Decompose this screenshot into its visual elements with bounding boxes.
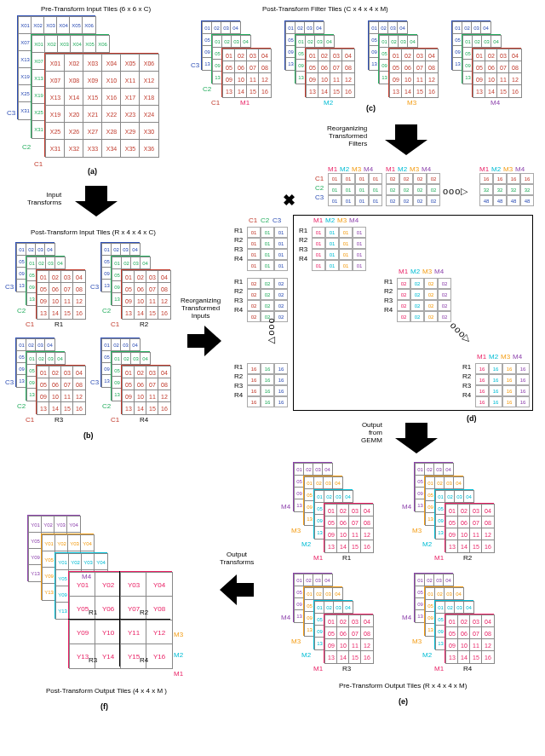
grid-cell: Y04 — [66, 516, 81, 534]
grid-cell: X24 — [139, 105, 159, 124]
grid-cell: Y10 — [95, 620, 122, 645]
grid-cell: 16 — [360, 540, 374, 553]
reorg-input-block16: 161616161616161616161616 — [247, 363, 288, 407]
grid-cell: 16 — [425, 84, 439, 98]
sublabel-a: (a) — [88, 167, 97, 176]
arrow-reorg-filters — [385, 124, 427, 155]
sublabel-e: (e) — [399, 697, 408, 706]
grid-cell: X33 — [83, 139, 103, 158]
sublabel-f: (f) — [100, 702, 108, 711]
sublabel-c: (c) — [366, 104, 376, 113]
grid-cell: X07 — [45, 71, 66, 89]
grid-cell: Y15 — [120, 643, 147, 669]
b-r1-c1: 01020304050607080910111213141516 — [36, 269, 85, 319]
grid-cell: X09 — [83, 71, 103, 89]
grid-cell: X02 — [64, 54, 84, 72]
grid-cell: X15 — [83, 88, 103, 107]
title-a: Pre-Transform Input Tiles (6 x 6 x C) — [41, 5, 151, 13]
grid-cell: Y09 — [69, 620, 96, 645]
grid-cell: X13 — [45, 88, 66, 107]
reorg-input-block1: 010101010101010101010101 — [247, 227, 288, 271]
grid-cell: X27 — [83, 122, 103, 141]
grid-cell: Y14 — [95, 643, 122, 669]
svg-marker-3 — [395, 423, 438, 453]
grid-cell: 16 — [158, 401, 171, 415]
arrow-output-transforms — [220, 574, 254, 605]
arrow-input-transforms — [75, 186, 118, 216]
grid-cell: 16 — [481, 650, 495, 664]
grid-cell: Y05 — [69, 596, 96, 621]
reorg-filter-block1: M1M2M3M4 010101010101010101010101 — [328, 165, 382, 206]
sublabel-b: (b) — [83, 431, 94, 440]
grid-cell: X34 — [101, 139, 122, 158]
svg-marker-4 — [220, 574, 254, 605]
grid-cell: X03 — [83, 54, 103, 72]
grid-cell: 16 — [508, 84, 522, 98]
grid-cell: 16 — [341, 84, 355, 98]
grid-cell: X08 — [64, 71, 84, 89]
grid-cell: X14 — [64, 88, 84, 107]
grid-cell: X06 — [95, 35, 110, 54]
reorg-input-vdots: ooo▽ — [267, 318, 278, 343]
grid-cell: X30 — [139, 122, 159, 141]
sublabel-d: (d) — [467, 414, 477, 423]
arrow-output-gemm-label: Output from GEMM — [361, 421, 382, 444]
grid-cell: 16 — [481, 540, 495, 553]
grid-cell: X06 — [139, 54, 159, 72]
filter-vdots: ooo▷ — [443, 186, 468, 197]
arrow-output-gemm — [395, 423, 438, 453]
grid-cell: X18 — [139, 88, 159, 107]
grid-cell: X06 — [82, 16, 96, 35]
title-e: Pre-Transform Output Tiles (R x 4 x 4 x … — [339, 682, 467, 690]
grid-cell: 16 — [72, 401, 86, 415]
grid-cell: Y11 — [120, 620, 147, 645]
grid-cell: X17 — [120, 88, 141, 107]
grid-cell: 16 — [258, 84, 272, 98]
grid-cell: Y04 — [94, 553, 108, 571]
grid-cell: Y16 — [146, 643, 173, 669]
grid-cell: X26 — [64, 122, 84, 141]
arrow-input-transforms-label: Input Transforms — [27, 191, 61, 206]
grid-cell: X32 — [64, 139, 84, 158]
grid-cell: X10 — [101, 71, 122, 89]
grid-cell: X23 — [120, 105, 141, 124]
grid-cell: 16 — [158, 306, 171, 320]
grid-cell: Y06 — [95, 596, 122, 621]
grid-cell: X04 — [101, 54, 122, 72]
grid-a-c1: X01X02X03X04X05X06X07X08X09X10X11X12X13X… — [44, 53, 158, 157]
grid-cell: X36 — [139, 139, 159, 158]
grid-cell: X11 — [120, 71, 141, 89]
reorg-input-block2: 020202020202020202020202 — [247, 278, 288, 322]
gemm-out-2: 02020202020202020202020202020202 — [397, 278, 451, 322]
reorg-filter-16-rows: 161616163232323248484848 — [479, 173, 534, 206]
winograd-diagram: Pre-Transform Input Tiles (6 x 6 x C) X0… — [7, 7, 538, 749]
arrow-reorg-inputs — [187, 326, 221, 356]
grid-cell: X16 — [101, 88, 122, 107]
arrow-output-transforms-label: Output Transforms — [220, 551, 254, 566]
grid-cell: 16 — [360, 650, 374, 664]
grid-cell: X22 — [101, 105, 122, 124]
grid-cell: X35 — [120, 139, 141, 158]
grid-cell: Y07 — [120, 596, 147, 621]
grid-cell: Y03 — [120, 572, 147, 597]
reorg-filter-block2: M1M2M3M4 020202020202020202020202 — [386, 165, 440, 206]
reorg-filter-2-rows: 020202020202020202020202 — [386, 173, 440, 206]
grid-cell: X28 — [101, 122, 122, 141]
reorg-filter-block16: M1M2M3M4 161616163232323248484848 — [479, 165, 534, 206]
title-b: Post-Transform Input Tiles (R x 4 x 4 x … — [31, 228, 156, 236]
grid-cell: Y04 — [146, 572, 173, 597]
grid-cell: Y13 — [69, 643, 96, 669]
label-a-c3: C3 — [7, 109, 15, 117]
mult-icon: ✖ — [283, 191, 295, 210]
grid-cell: X01 — [45, 54, 66, 72]
title-c: Post-Transform Filter Tiles (C x 4 x 4 x… — [262, 5, 388, 13]
svg-marker-1 — [187, 326, 221, 356]
svg-marker-0 — [75, 186, 118, 216]
arrow-reorg-inputs-label: Reorganizing Transformed Inputs — [181, 297, 221, 320]
grid-cell: X21 — [83, 105, 103, 124]
gemm-out-16: 16161616161616161616161616161616 — [475, 363, 530, 407]
grid-cell: X05 — [120, 54, 141, 72]
arrow-reorg-filters-label: Reorganizing Transformed Filters — [327, 124, 367, 147]
grid-cell: X31 — [45, 139, 66, 158]
grid-cell: Y08 — [146, 596, 173, 621]
